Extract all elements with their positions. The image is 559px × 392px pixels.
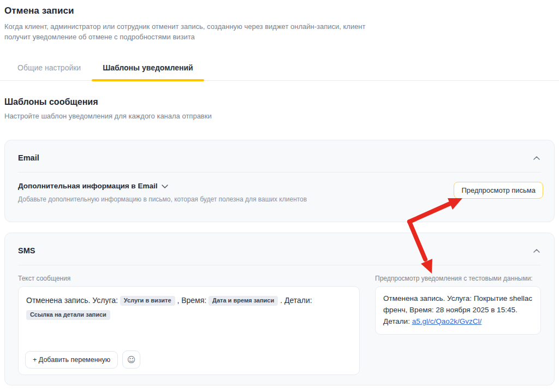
- sms-template-text: . Детали:: [280, 296, 312, 305]
- chevron-up-icon: [533, 153, 540, 162]
- chevron-up-icon: [533, 246, 540, 254]
- email-extra-info-block: Дополнительная информация в Email Добавь…: [18, 182, 307, 203]
- sms-message-label: Текст сообщения: [18, 275, 360, 282]
- variable-chip-details-link[interactable]: Ссылка на детали записи: [26, 310, 110, 320]
- page-title: Отмена записи: [4, 5, 397, 16]
- page-header: Отмена записи Когда клиент, администрато…: [4, 5, 397, 42]
- sms-preview-box: Отменена запись. Услуга: Покрытие shella…: [375, 286, 541, 335]
- email-extra-info-toggle[interactable]: Дополнительная информация в Email: [18, 182, 307, 190]
- email-preview-button[interactable]: Предпросмотр письма: [454, 182, 543, 199]
- email-card-title: Email: [18, 153, 39, 162]
- tab-bar: Общие настройки Шаблоны уведомлений: [0, 60, 559, 81]
- chevron-down-icon: [162, 182, 168, 190]
- sms-template-text: Отменена запись. Услуга:: [26, 296, 118, 305]
- sms-preview-details-link[interactable]: a5.gl/c/Qao2k/GvzCl/: [412, 317, 482, 325]
- variable-chip-datetime[interactable]: Дата и время записи: [209, 296, 278, 306]
- email-extra-info-label: Дополнительная информация в Email: [18, 182, 157, 190]
- add-variable-button[interactable]: + Добавить переменную: [25, 351, 118, 369]
- page-subtitle: Когда клиент, администратор или сотрудни…: [4, 21, 381, 42]
- tab-general-settings[interactable]: Общие настройки: [7, 60, 92, 80]
- templates-section-heading: Шаблоны сообщения Настройте шаблон уведо…: [4, 97, 212, 120]
- sms-card-body: Текст сообщения Отменена запись. Услуга:…: [5, 265, 554, 375]
- variable-chip-service[interactable]: Услуги в визите: [120, 296, 175, 306]
- emoji-picker-button[interactable]: ☺: [122, 351, 140, 369]
- sms-card-header[interactable]: SMS: [5, 233, 554, 265]
- sms-message-editor[interactable]: Отменена запись. Услуга: Услуги в визите…: [18, 286, 360, 375]
- sms-template-text: , Время:: [177, 296, 206, 305]
- sms-collapse-button[interactable]: [532, 245, 541, 256]
- notification-settings-page: Отмена записи Когда клиент, администрато…: [0, 0, 559, 392]
- email-card: Email Дополнительная информация в Email …: [4, 140, 555, 222]
- tab-notification-templates[interactable]: Шаблоны уведомлений: [92, 60, 204, 80]
- templates-section-subtitle: Настройте шаблон уведомления для каждого…: [4, 112, 212, 120]
- smiley-icon: ☺: [127, 355, 136, 365]
- sms-message-column: Текст сообщения Отменена запись. Услуга:…: [18, 275, 360, 375]
- sms-editor-actions: + Добавить переменную ☺: [25, 351, 140, 369]
- email-card-body: Дополнительная информация в Email Добавь…: [5, 173, 554, 203]
- sms-card: SMS Текст сообщения Отменена запись. Усл…: [4, 233, 555, 385]
- sms-preview-label: Предпросмотр уведомления с тестовыми дан…: [375, 275, 541, 282]
- sms-preview-column: Предпросмотр уведомления с тестовыми дан…: [375, 275, 541, 375]
- email-collapse-button[interactable]: [532, 152, 541, 163]
- email-card-header[interactable]: Email: [5, 140, 554, 172]
- email-extra-info-description: Добавьте дополнительную информацию в пис…: [18, 195, 307, 203]
- sms-card-title: SMS: [18, 246, 35, 255]
- templates-section-title: Шаблоны сообщения: [4, 97, 212, 107]
